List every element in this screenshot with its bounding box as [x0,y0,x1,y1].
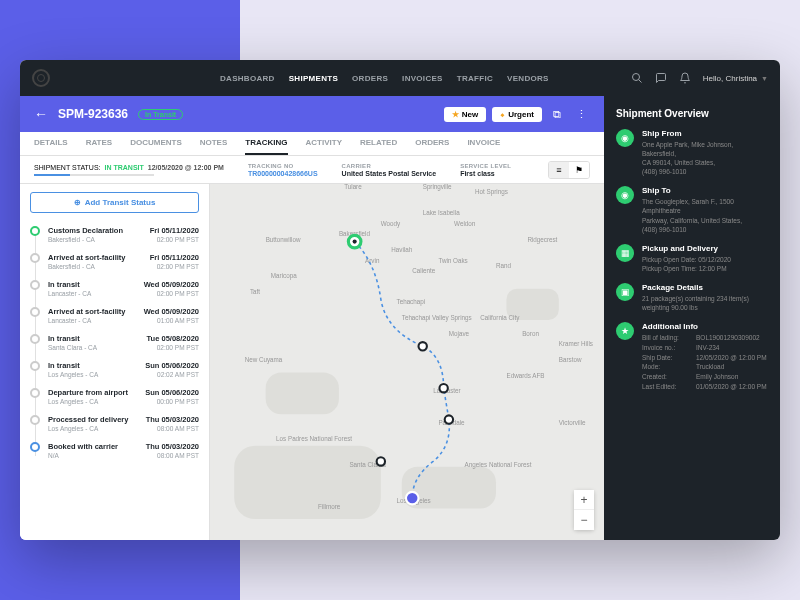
nav-traffic[interactable]: TRAFFIC [457,74,493,83]
chat-icon[interactable] [655,72,667,84]
map-label: Kramer Hills [559,340,593,347]
event-item[interactable]: Processed for deliveryLos Angeles - CATh… [30,410,199,437]
event-location: Bakersfield - CA [48,263,126,270]
event-time: 02:02 AM PST [157,371,199,378]
tab-activity[interactable]: ACTIVITY [306,132,342,155]
event-title: Customs Declaration [48,226,123,235]
greeting-text: Hello, Christina [703,74,757,83]
tab-details[interactable]: DETAILS [34,132,68,155]
event-time: 08:00 AM PST [157,425,199,432]
urgent-button[interactable]: ⬥Urgent [492,107,542,122]
flag-view-icon[interactable]: ⚑ [569,162,589,178]
map-label: Springville [423,184,452,191]
overview-sidebar: Shipment Overview ◉ Ship From One Apple … [604,96,780,540]
event-dot-icon [30,253,40,263]
info-row: Created:Emily Johnson [642,372,768,382]
svg-point-8 [353,239,357,243]
location-icon: ◉ [616,186,634,204]
tab-tracking[interactable]: TRACKING [245,132,287,155]
add-transit-button[interactable]: ⊕Add Transit Status [30,192,199,213]
tracking-number[interactable]: TR0000000428666US [248,170,318,177]
list-view-icon[interactable]: ≡ [549,162,569,178]
event-location: Lancaster - CA [48,317,126,324]
nav-invoices[interactable]: INVOICES [402,74,443,83]
zoom-in-button[interactable]: + [574,490,594,510]
svg-point-11 [445,415,453,423]
event-item[interactable]: Arrived at sort-facilityLancaster - CAWe… [30,302,199,329]
pickup-section: ▦ Pickup and Delivery Pickup Open Date: … [616,244,768,273]
ship-to-section: ◉ Ship To The Googleplex, Sarah F., 1500… [616,186,768,233]
map-label: Havilah [391,246,412,253]
event-time: 02:00 PM PST [157,236,199,243]
svg-line-1 [638,80,641,83]
map-label: Woody [381,220,401,228]
event-item[interactable]: Customs DeclarationBakersfield - CAFri 0… [30,221,199,248]
user-greeting[interactable]: Hello, Christina▼ [703,74,768,83]
svg-rect-3 [234,446,381,519]
carrier-label: CARRIER [342,163,437,169]
event-location: Los Angeles - CA [48,371,98,378]
nav-dashboard[interactable]: DASHBOARD [220,74,275,83]
progress-bar [34,174,154,176]
event-time: 01:00 AM PST [157,317,199,324]
event-dot-icon [30,334,40,344]
more-icon[interactable]: ⋮ [572,105,590,123]
info-row: Bill of lading:BOL19001290309002 [642,333,768,343]
map-label: Lake Isabella [423,209,460,216]
event-item[interactable]: In transitSanta Clara - CATue 05/08/2020… [30,329,199,356]
event-dot-icon [30,226,40,236]
map-label: Caliente [412,267,436,274]
map-label: Taft [250,288,260,295]
tab-notes[interactable]: NOTES [200,132,228,155]
ship-from-section: ◉ Ship From One Apple Park, Mike Johnson… [616,129,768,176]
event-title: Departure from airport [48,388,128,397]
map-label: Tulare [344,184,362,190]
event-date: Sun 05/06/2020 [145,361,199,370]
event-location: Lancaster - CA [48,290,91,297]
info-bar: SHIPMENT STATUS: IN TRANSIT 12/05/2020 @… [20,156,604,184]
map-label: Victorville [559,419,586,426]
sidebar-title: Shipment Overview [616,108,768,119]
event-date: Sun 05/06/2020 [145,388,199,397]
tab-documents[interactable]: DOCUMENTS [130,132,182,155]
map-label: Maricopa [271,272,297,280]
event-title: Booked with carrier [48,442,118,451]
zoom-out-button[interactable]: − [574,510,594,530]
tab-rates[interactable]: RATES [86,132,113,155]
info-row: Invoice no.:INV-234 [642,343,768,353]
tab-related[interactable]: RELATED [360,132,397,155]
zoom-control: + − [574,490,594,530]
map-label: Rand [496,262,511,269]
copy-icon[interactable]: ⧉ [548,105,566,123]
shipment-id: SPM-923636 [58,107,128,121]
app-window: DASHBOARDSHIPMENTSORDERSINVOICESTRAFFICV… [20,60,780,540]
nav-vendors[interactable]: VENDORS [507,74,549,83]
back-arrow-icon[interactable]: ← [34,106,48,122]
service-value: First class [460,170,511,177]
event-item[interactable]: Arrived at sort-facilityBakersfield - CA… [30,248,199,275]
nav-orders[interactable]: ORDERS [352,74,388,83]
map-label: Mojave [449,330,470,338]
event-item[interactable]: In transitLos Angeles - CASun 05/06/2020… [30,356,199,383]
search-icon[interactable] [631,72,643,84]
nav-shipments[interactable]: SHIPMENTS [289,74,338,83]
bell-icon[interactable] [679,72,691,84]
new-button[interactable]: ★New [444,107,486,122]
event-item[interactable]: Booked with carrierN/AThu 05/03/202008:0… [30,437,199,464]
event-item[interactable]: In transitLancaster - CAWed 05/09/202002… [30,275,199,302]
map-label: Boron [522,330,539,337]
logo-icon [32,69,50,87]
tab-orders[interactable]: ORDERS [415,132,449,155]
tab-invoice[interactable]: INVOICE [467,132,500,155]
map-label: Angeles National Forest [465,461,532,469]
event-dot-icon [30,415,40,425]
map-label: Edwards AFB [506,372,544,379]
map-label: New Cuyama [245,356,283,364]
map-label: Buttonwillow [266,236,301,243]
event-date: Wed 05/09/2020 [144,280,199,289]
info-status-group: SHIPMENT STATUS: IN TRANSIT 12/05/2020 @… [34,164,224,176]
map-view[interactable]: BakersfieldLancasterPalmdaleLos AngelesL… [210,184,604,540]
event-title: Processed for delivery [48,415,128,424]
event-title: In transit [48,361,98,370]
event-item[interactable]: Departure from airportLos Angeles - CASu… [30,383,199,410]
